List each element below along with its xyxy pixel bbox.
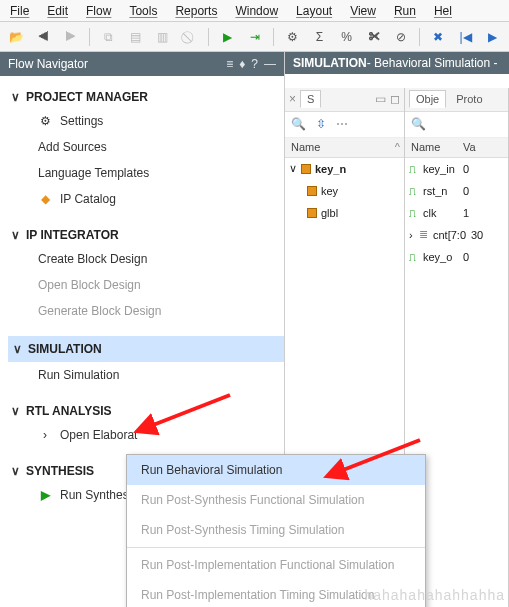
signal-icon: ⎍ bbox=[409, 185, 423, 197]
close-icon[interactable]: × bbox=[289, 92, 296, 106]
search-icon[interactable]: 🔍 bbox=[291, 117, 306, 131]
nav-item-open-block-design[interactable]: Open Block Design bbox=[8, 272, 284, 298]
tab-protocol[interactable]: Proto bbox=[450, 91, 488, 107]
settings-icon[interactable]: ⚙ bbox=[284, 28, 301, 46]
sort-icon[interactable]: ^ bbox=[395, 141, 404, 153]
col-name[interactable]: Name bbox=[285, 141, 326, 153]
scope-col-header: Name ^ bbox=[285, 138, 404, 158]
restart-icon[interactable]: |◀ bbox=[457, 28, 474, 46]
maximize-icon[interactable]: ◻ bbox=[390, 92, 400, 106]
nav-item-generate-block-design[interactable]: Generate Block Design bbox=[8, 298, 284, 324]
menu-tools[interactable]: Tools bbox=[129, 4, 157, 18]
module-icon bbox=[307, 208, 317, 218]
section-header-ip-integrator[interactable]: ∨ IP INTEGRATOR bbox=[8, 224, 284, 246]
nav-item-label: Settings bbox=[60, 114, 103, 128]
nav-tool-2-icon[interactable]: ♦ bbox=[239, 57, 245, 71]
next-icon[interactable]: ▶ bbox=[484, 28, 501, 46]
signal-row[interactable]: ⎍ key_in 0 bbox=[405, 158, 508, 180]
undo-icon[interactable]: ⃠ bbox=[181, 28, 198, 46]
minimize-icon[interactable]: ▭ bbox=[375, 92, 386, 106]
menu-layout[interactable]: Layout bbox=[296, 4, 332, 18]
menu-reports[interactable]: Reports bbox=[175, 4, 217, 18]
menu-run-post-synth-func[interactable]: Run Post-Synthesis Functional Simulation bbox=[127, 485, 425, 515]
cut-icon[interactable]: ▥ bbox=[154, 28, 171, 46]
signal-value: 1 bbox=[463, 207, 469, 219]
expand-icon[interactable]: › bbox=[409, 229, 419, 241]
menu-flow[interactable]: Flow bbox=[86, 4, 111, 18]
chevron-down-icon: ∨ bbox=[12, 342, 22, 356]
scope-tabrow: × S ▭ ◻ bbox=[285, 88, 404, 112]
scissors-icon[interactable]: ✀ bbox=[365, 28, 382, 46]
open-icon[interactable]: 📂 bbox=[8, 28, 25, 46]
nav-item-language-templates[interactable]: Language Templates bbox=[8, 160, 284, 186]
copy-icon[interactable]: ⧉ bbox=[100, 28, 117, 46]
step-icon[interactable]: ⇥ bbox=[246, 28, 263, 46]
expand-icon[interactable]: ∨ bbox=[289, 162, 301, 175]
signal-name: clk bbox=[423, 207, 463, 219]
nav-item-add-sources[interactable]: Add Sources bbox=[8, 134, 284, 160]
menu-run[interactable]: Run bbox=[394, 4, 416, 18]
section-header-simulation[interactable]: ∨ SIMULATION bbox=[8, 336, 284, 362]
nav-item-open-elaborated[interactable]: › Open Elaborat bbox=[8, 422, 284, 448]
back-icon[interactable]: ⯇ bbox=[35, 28, 52, 46]
objects-tabrow: Obje Proto bbox=[405, 88, 508, 112]
menu-run-post-impl-func[interactable]: Run Post-Implementation Functional Simul… bbox=[127, 550, 425, 580]
menu-separator bbox=[127, 547, 425, 548]
tree-row[interactable]: glbl bbox=[285, 202, 404, 224]
menu-file[interactable]: File bbox=[10, 4, 29, 18]
section-header-project-manager[interactable]: ∨ PROJECT MANAGER bbox=[8, 86, 284, 108]
menu-run-post-synth-timing[interactable]: Run Post-Synthesis Timing Simulation bbox=[127, 515, 425, 545]
percent-icon[interactable]: % bbox=[338, 28, 355, 46]
search-icon[interactable]: 🔍 bbox=[411, 117, 426, 131]
signal-value: 30 bbox=[471, 229, 483, 241]
col-value[interactable]: Va bbox=[457, 141, 482, 153]
section-project-manager: ∨ PROJECT MANAGER ⚙ Settings Add Sources… bbox=[8, 86, 284, 212]
nav-item-settings[interactable]: ⚙ Settings bbox=[8, 108, 284, 134]
nav-item-create-block-design[interactable]: Create Block Design bbox=[8, 246, 284, 272]
menu-edit[interactable]: Edit bbox=[47, 4, 68, 18]
simulation-header-bold: SIMULATION bbox=[293, 56, 367, 70]
tree-row[interactable]: ∨ key_n bbox=[285, 158, 404, 180]
nolink-icon[interactable]: ⊘ bbox=[392, 28, 409, 46]
menu-run-behavioral[interactable]: Run Behavioral Simulation bbox=[127, 455, 425, 485]
section-header-rtl-analysis[interactable]: ∨ RTL ANALYSIS bbox=[8, 400, 284, 422]
flow-navigator-tools: ≡ ♦ ? — bbox=[226, 57, 276, 71]
menu-bar: File Edit Flow Tools Reports Window Layo… bbox=[0, 0, 509, 22]
sigma-icon[interactable]: Σ bbox=[311, 28, 328, 46]
tree-label: key_n bbox=[315, 163, 346, 175]
tab-scope[interactable]: S bbox=[300, 90, 321, 108]
nav-item-run-simulation[interactable]: Run Simulation bbox=[8, 362, 284, 388]
tree-label: glbl bbox=[321, 207, 338, 219]
signal-row[interactable]: ⎍ rst_n 0 bbox=[405, 180, 508, 202]
nav-tool-1-icon[interactable]: ≡ bbox=[226, 57, 233, 71]
signal-row[interactable]: ⎍ clk 1 bbox=[405, 202, 508, 224]
more-icon[interactable]: ⋯ bbox=[336, 117, 348, 131]
collapse-icon[interactable]: ⇳ bbox=[316, 117, 326, 131]
menu-help[interactable]: Hel bbox=[434, 4, 452, 18]
run-icon[interactable]: ▶ bbox=[219, 28, 236, 46]
tree-row[interactable]: key bbox=[285, 180, 404, 202]
signal-value: 0 bbox=[463, 251, 469, 263]
separator bbox=[208, 28, 209, 46]
signal-row[interactable]: ⎍ key_o 0 bbox=[405, 246, 508, 268]
cancel-icon[interactable]: ✖ bbox=[430, 28, 447, 46]
menu-window[interactable]: Window bbox=[235, 4, 278, 18]
col-name[interactable]: Name bbox=[405, 141, 457, 153]
flow-navigator-header: Flow Navigator ≡ ♦ ? — bbox=[0, 52, 284, 76]
bus-icon: ≣ bbox=[419, 228, 433, 241]
fwd-icon[interactable]: ⯈ bbox=[62, 28, 79, 46]
scope-toolrow: 🔍 ⇳ ⋯ bbox=[285, 112, 404, 138]
nav-tool-minimize-icon[interactable]: — bbox=[264, 57, 276, 71]
menu-view[interactable]: View bbox=[350, 4, 376, 18]
signal-row[interactable]: › ≣ cnt[7:0 30 bbox=[405, 224, 508, 246]
chevron-down-icon: ∨ bbox=[10, 404, 20, 418]
nav-item-ip-catalog[interactable]: ◆ IP Catalog bbox=[8, 186, 284, 212]
nav-item-label: Run Simulation bbox=[38, 368, 119, 382]
tab-objects[interactable]: Obje bbox=[409, 90, 446, 108]
objects-toolrow: 🔍 bbox=[405, 112, 508, 138]
nav-tool-help-icon[interactable]: ? bbox=[251, 57, 258, 71]
module-icon bbox=[301, 164, 311, 174]
objects-col-header: Name Va bbox=[405, 138, 508, 158]
paste-icon[interactable]: ▤ bbox=[127, 28, 144, 46]
chevron-down-icon: ∨ bbox=[10, 228, 20, 242]
